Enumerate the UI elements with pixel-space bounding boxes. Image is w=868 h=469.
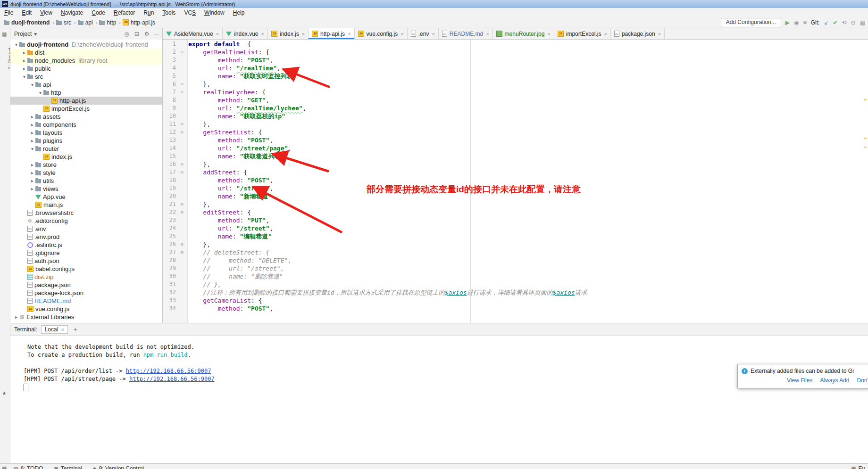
code-line[interactable]: 13 method: "POST", — [163, 136, 868, 144]
chevron-down-icon[interactable]: ▾ — [21, 73, 27, 81]
close-icon[interactable]: × — [348, 31, 351, 37]
code-line[interactable]: 6⊟ }, — [163, 80, 868, 88]
tab-vue.config.js[interactable]: JSvue.config.js× — [355, 28, 408, 39]
tree-item-store[interactable]: ▸store — [10, 161, 162, 169]
project-panel-title[interactable]: Project — [14, 31, 32, 37]
close-icon[interactable]: × — [261, 31, 264, 37]
terminal-cursor[interactable] — [24, 384, 28, 391]
close-icon[interactable]: × — [216, 31, 219, 37]
fold-marker[interactable]: ⊟ — [176, 88, 188, 96]
chevron-down-icon[interactable]: ▾ — [37, 89, 43, 97]
tree-item-http-api.js[interactable]: JShttp-api.js — [10, 97, 162, 105]
code-line[interactable]: 21⊟ }, — [163, 200, 868, 208]
code-line[interactable]: 8 method: "GET", — [163, 96, 868, 104]
tab-index.vue[interactable]: index.vue× — [223, 28, 268, 39]
notification-action-don-t-ask-agai[interactable]: Don't Ask Agai — [857, 377, 868, 384]
status-item-version-control[interactable]: ◆9: Version Control — [92, 465, 144, 469]
stop-icon[interactable]: ■ — [803, 20, 806, 25]
tree-item-components[interactable]: ▸components — [10, 121, 162, 129]
fold-marker[interactable]: ⊟ — [176, 168, 188, 176]
menu-view[interactable]: View — [36, 9, 57, 16]
menu-file[interactable]: File — [0, 9, 17, 16]
favorites-star-icon[interactable]: ★ — [2, 390, 7, 396]
code-line[interactable]: 11⊟ }, — [163, 120, 868, 128]
hide-icon[interactable]: ─ — [154, 31, 159, 37]
tree-item-layouts[interactable]: ▸layouts — [10, 129, 162, 137]
code-line[interactable]: 24 url: "/street", — [163, 224, 868, 232]
tree-item-.browserslistrc[interactable]: .browserslistrc — [10, 209, 162, 217]
debug-icon[interactable]: ◉ — [794, 20, 799, 25]
tree-item-.env.prod[interactable]: .env.prod — [10, 233, 162, 241]
code-line[interactable]: 23 method: "PUT", — [163, 216, 868, 224]
project-toolwindow-icon[interactable]: ▦ — [2, 31, 7, 37]
menu-help[interactable]: Help — [229, 9, 249, 16]
locate-icon[interactable]: ◎ — [124, 31, 129, 37]
fold-marker[interactable]: ⊟ — [176, 160, 188, 168]
chevron-right-icon[interactable]: ▸ — [29, 177, 35, 185]
code-line[interactable]: 5 name: "获取实时监控列表" — [163, 72, 868, 80]
tree-item-.gitignore[interactable]: .gitignore — [10, 249, 162, 257]
status-item-terminal[interactable]: ▣Terminal — [53, 465, 82, 469]
collapse-all-icon[interactable]: ⊟ — [134, 31, 139, 37]
chevron-right-icon[interactable]: ▸ — [29, 129, 35, 137]
tree-item-.editorconfig[interactable]: ⚙.editorconfig — [10, 217, 162, 225]
tree-item-vue.config.js[interactable]: JSvue.config.js — [10, 305, 162, 313]
tree-item-.eslintrc.js[interactable]: .eslintrc.js — [10, 241, 162, 249]
tree-item-main.js[interactable]: JSmain.js — [10, 201, 162, 209]
rollback-icon[interactable]: ⟲ — [842, 20, 847, 25]
error-stripe-mark[interactable] — [864, 138, 867, 139]
terminal-link[interactable]: http://192.168.66.56:9007 — [129, 376, 215, 382]
tab-index.js[interactable]: JSindex.js× — [268, 28, 309, 39]
breadcrumb-item-duoji-frontend[interactable]: duoji-frontend — [4, 19, 50, 26]
cut-icon[interactable]: ▦ — [860, 20, 865, 25]
tree-item-README.md[interactable]: README.md — [10, 297, 162, 305]
tab-AsideMenu.vue[interactable]: AsideMenu.vue× — [163, 28, 223, 39]
close-icon[interactable]: × — [604, 31, 607, 37]
menu-run[interactable]: Run — [139, 9, 158, 16]
breadcrumb-item-http[interactable]: http — [99, 19, 116, 26]
error-stripe-mark[interactable] — [864, 99, 867, 100]
add-configuration-button[interactable]: Add Configuration... — [721, 18, 781, 27]
tree-item-style[interactable]: ▸style — [10, 169, 162, 177]
tree-item-views[interactable]: ▸views — [10, 185, 162, 193]
tree-item-dist[interactable]: ▸dist — [10, 49, 162, 57]
tree-item-index.js[interactable]: JSindex.js — [10, 153, 162, 161]
fold-marker[interactable]: ⊟ — [176, 120, 188, 128]
code-line[interactable]: 10 name: "获取荔枝的ip" — [163, 112, 868, 120]
tree-item-plugins[interactable]: ▸plugins — [10, 137, 162, 145]
notification-action-always-add[interactable]: Always Add — [820, 377, 849, 384]
code-line[interactable]: 32 //注释：所有用到删除的接口都需要拼接变量id，所以请求方式采用了挂载在原… — [163, 288, 868, 296]
chevron-down-icon[interactable]: ▾ — [29, 145, 35, 153]
tree-item-http[interactable]: ▾http — [10, 89, 162, 97]
fold-marker[interactable]: ⊟ — [176, 48, 188, 56]
close-icon[interactable]: × — [547, 31, 550, 37]
tab-importExcel.js[interactable]: JSimportExcel.js× — [554, 28, 611, 39]
chevron-right-icon[interactable]: ▸ — [29, 121, 35, 129]
code-line[interactable]: 1export default { — [163, 40, 868, 48]
chevron-right-icon[interactable]: ▸ — [29, 137, 35, 145]
tree-item-package-lock.json[interactable]: package-lock.json — [10, 289, 162, 297]
close-icon[interactable]: × — [658, 31, 661, 37]
update-project-icon[interactable]: ↙ — [824, 20, 828, 25]
close-icon[interactable]: × — [302, 31, 305, 37]
toolwindow-switcher-icon[interactable]: ▦ — [2, 465, 7, 469]
tab-menuRouter.jpg[interactable]: menuRouter.jpg× — [493, 28, 554, 39]
tree-item-public[interactable]: ▸public — [10, 65, 162, 73]
menu-window[interactable]: Window — [200, 9, 229, 16]
tree-item-utils[interactable]: ▸utils — [10, 177, 162, 185]
status-item-todo[interactable]: ▤6: TODO — [13, 465, 43, 469]
code-line[interactable]: 27⊟ // deleteStreet: { — [163, 248, 868, 256]
code-line[interactable]: 34 method: "POST", — [163, 304, 868, 313]
tree-item-api[interactable]: ▾api — [10, 81, 162, 89]
menu-navigate[interactable]: Navigate — [57, 9, 87, 16]
code-line[interactable]: 22⊟ editStreet: { — [163, 208, 868, 216]
tree-item-babel.config.js[interactable]: JSbabel.config.js — [10, 265, 162, 273]
tab-http-api.js[interactable]: JShttp-api.js× — [309, 28, 354, 39]
chevron-right-icon[interactable]: ▸ — [29, 185, 35, 193]
tree-item-ExternalLibraries[interactable]: ▸▥External Libraries — [10, 313, 162, 321]
close-icon[interactable]: × — [432, 31, 434, 37]
fold-marker[interactable]: ⊟ — [176, 240, 188, 248]
tree-item-src[interactable]: ▾src — [10, 73, 162, 81]
close-icon[interactable]: × — [401, 31, 403, 37]
code-line[interactable]: 9 url: "/realTime/lychee", — [163, 104, 868, 112]
